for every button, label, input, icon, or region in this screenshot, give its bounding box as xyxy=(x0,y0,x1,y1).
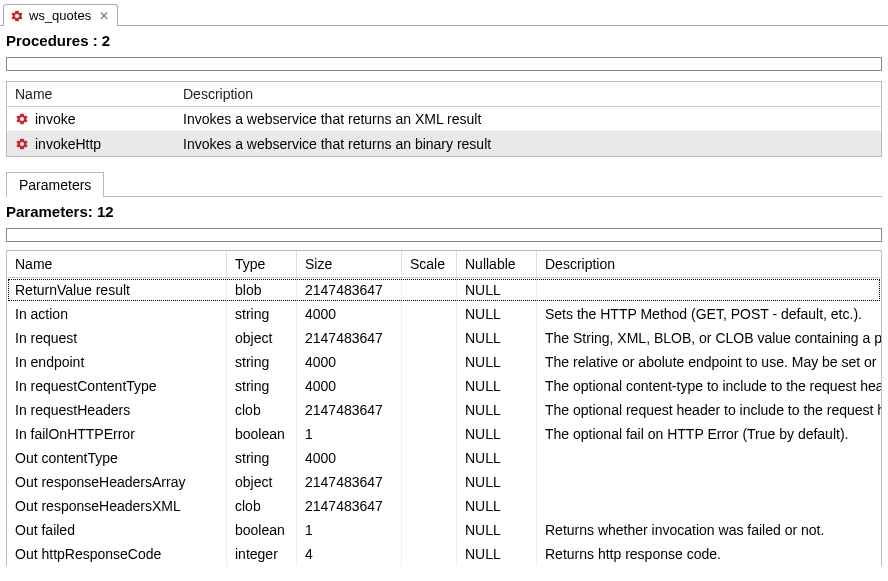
param-size: 4000 xyxy=(297,350,402,374)
param-size: 1 xyxy=(297,518,402,542)
param-nullable: NULL xyxy=(457,302,537,326)
param-scale xyxy=(402,494,457,518)
param-desc: Returns whether invocation was failed or… xyxy=(537,518,881,542)
editor-tab[interactable]: ws_quotes ✕ xyxy=(3,4,118,26)
gear-icon xyxy=(15,137,29,151)
col-header-desc[interactable]: Description xyxy=(537,251,881,278)
param-scale xyxy=(402,326,457,350)
param-name: ReturnValue result xyxy=(7,278,227,302)
param-type: string xyxy=(227,446,297,470)
col-header-name[interactable]: Name xyxy=(7,251,227,278)
param-nullable: NULL xyxy=(457,542,537,566)
gear-icon xyxy=(15,112,29,126)
procedures-title: Procedures : 2 xyxy=(0,26,888,53)
param-nullable: NULL xyxy=(457,518,537,542)
procedure-desc: Invokes a webservice that returns an bin… xyxy=(175,132,881,156)
parameter-row[interactable]: Out failedboolean1NULLReturns whether in… xyxy=(7,518,881,542)
param-nullable: NULL xyxy=(457,398,537,422)
param-scale xyxy=(402,302,457,326)
param-size: 2147483647 xyxy=(297,470,402,494)
param-type: object xyxy=(227,326,297,350)
param-scale xyxy=(402,278,457,302)
param-name: In requestContentType xyxy=(7,374,227,398)
parameter-row[interactable]: In requestHeadersclob2147483647NULLThe o… xyxy=(7,398,881,422)
parameters-tab-strip: Parameters xyxy=(6,171,882,197)
parameters-tab[interactable]: Parameters xyxy=(6,172,104,197)
param-nullable: NULL xyxy=(457,278,537,302)
procedure-name: invokeHttp xyxy=(35,136,101,152)
param-desc: The relative or abolute endpoint to use.… xyxy=(537,350,881,374)
param-desc xyxy=(537,470,881,494)
param-scale xyxy=(402,542,457,566)
parameter-row[interactable]: In endpointstring4000NULLThe relative or… xyxy=(7,350,881,374)
param-nullable: NULL xyxy=(457,446,537,470)
param-type: clob xyxy=(227,398,297,422)
parameters-table: Name Type Size Scale Nullable Descriptio… xyxy=(6,250,882,566)
params-toolbar-frame xyxy=(6,228,882,242)
procedure-row[interactable]: invokeHttpInvokes a webservice that retu… xyxy=(7,132,881,156)
param-size: 4000 xyxy=(297,446,402,470)
col-header-desc[interactable]: Description xyxy=(175,82,881,106)
param-name: In action xyxy=(7,302,227,326)
procedure-name-cell: invokeHttp xyxy=(7,132,175,156)
parameter-row[interactable]: In failOnHTTPErrorboolean1NULLThe option… xyxy=(7,422,881,446)
param-type: blob xyxy=(227,278,297,302)
param-size: 4000 xyxy=(297,302,402,326)
editor-tab-strip: ws_quotes ✕ xyxy=(0,0,888,26)
param-name: In endpoint xyxy=(7,350,227,374)
col-header-size[interactable]: Size xyxy=(297,251,402,278)
param-nullable: NULL xyxy=(457,494,537,518)
param-scale xyxy=(402,446,457,470)
parameter-row[interactable]: ReturnValue resultblob2147483647NULL xyxy=(7,278,881,302)
param-type: boolean xyxy=(227,422,297,446)
param-nullable: NULL xyxy=(457,422,537,446)
parameter-row[interactable]: In requestobject2147483647NULLThe String… xyxy=(7,326,881,350)
param-name: In request xyxy=(7,326,227,350)
param-type: integer xyxy=(227,542,297,566)
param-size: 4 xyxy=(297,542,402,566)
parameter-row[interactable]: Out responseHeadersArrayobject2147483647… xyxy=(7,470,881,494)
param-scale xyxy=(402,470,457,494)
parameter-row[interactable]: In requestContentTypestring4000NULLThe o… xyxy=(7,374,881,398)
param-size: 2147483647 xyxy=(297,494,402,518)
parameter-row[interactable]: In actionstring4000NULLSets the HTTP Met… xyxy=(7,302,881,326)
param-desc xyxy=(537,494,881,518)
param-desc: The optional content-type to include to … xyxy=(537,374,881,398)
param-type: boolean xyxy=(227,518,297,542)
parameters-header: Name Type Size Scale Nullable Descriptio… xyxy=(7,251,881,278)
param-name: Out httpResponseCode xyxy=(7,542,227,566)
param-type: string xyxy=(227,350,297,374)
col-header-nullable[interactable]: Nullable xyxy=(457,251,537,278)
param-size: 4000 xyxy=(297,374,402,398)
param-desc xyxy=(537,446,881,470)
param-name: Out responseHeadersArray xyxy=(7,470,227,494)
parameters-title: Parameters: 12 xyxy=(0,197,888,224)
procedure-row[interactable]: invokeInvokes a webservice that returns … xyxy=(7,107,881,132)
col-header-name[interactable]: Name xyxy=(7,82,175,106)
parameter-row[interactable]: Out contentTypestring4000NULL xyxy=(7,446,881,470)
param-type: object xyxy=(227,470,297,494)
param-nullable: NULL xyxy=(457,470,537,494)
procedure-name-cell: invoke xyxy=(7,107,175,131)
parameter-row[interactable]: Out responseHeadersXMLclob2147483647NULL xyxy=(7,494,881,518)
param-size: 1 xyxy=(297,422,402,446)
param-scale xyxy=(402,350,457,374)
param-name: Out responseHeadersXML xyxy=(7,494,227,518)
col-header-scale[interactable]: Scale xyxy=(402,251,457,278)
param-name: Out contentType xyxy=(7,446,227,470)
parameter-row[interactable]: Out httpResponseCodeinteger4NULLReturns … xyxy=(7,542,881,566)
param-desc xyxy=(537,278,881,302)
editor-tab-label: ws_quotes xyxy=(29,8,91,23)
close-icon[interactable]: ✕ xyxy=(99,9,109,23)
param-type: clob xyxy=(227,494,297,518)
col-header-type[interactable]: Type xyxy=(227,251,297,278)
param-type: string xyxy=(227,302,297,326)
param-size: 2147483647 xyxy=(297,398,402,422)
param-desc: The optional request header to include t… xyxy=(537,398,881,422)
procedure-name: invoke xyxy=(35,111,75,127)
gear-icon xyxy=(10,9,24,23)
toolbar-frame xyxy=(6,57,882,71)
param-desc: The String, XML, BLOB, or CLOB value con… xyxy=(537,326,881,350)
procedures-table: Name Description invokeInvokes a webserv… xyxy=(6,81,882,157)
procedures-header: Name Description xyxy=(7,82,881,107)
